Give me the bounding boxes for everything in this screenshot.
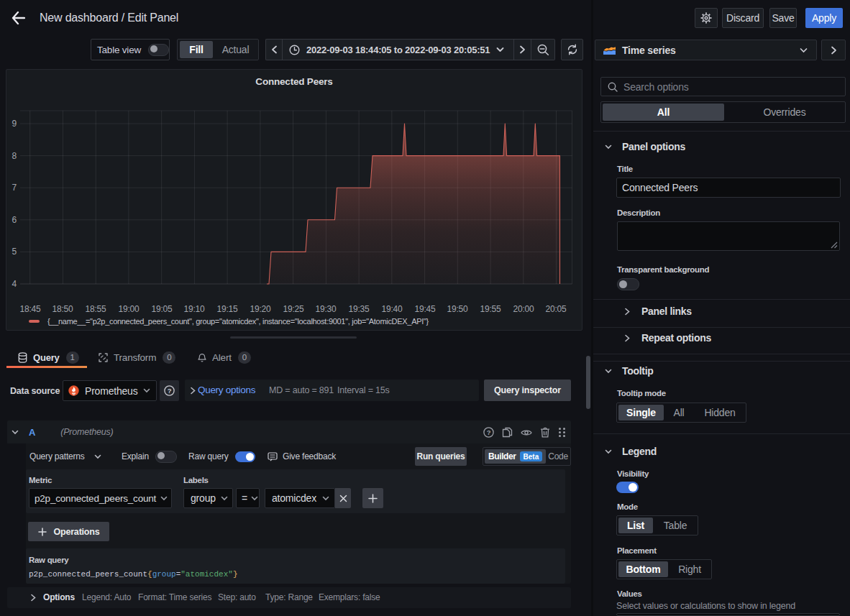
svg-text:?: ? [487, 428, 491, 436]
svg-text:?: ? [168, 387, 172, 395]
